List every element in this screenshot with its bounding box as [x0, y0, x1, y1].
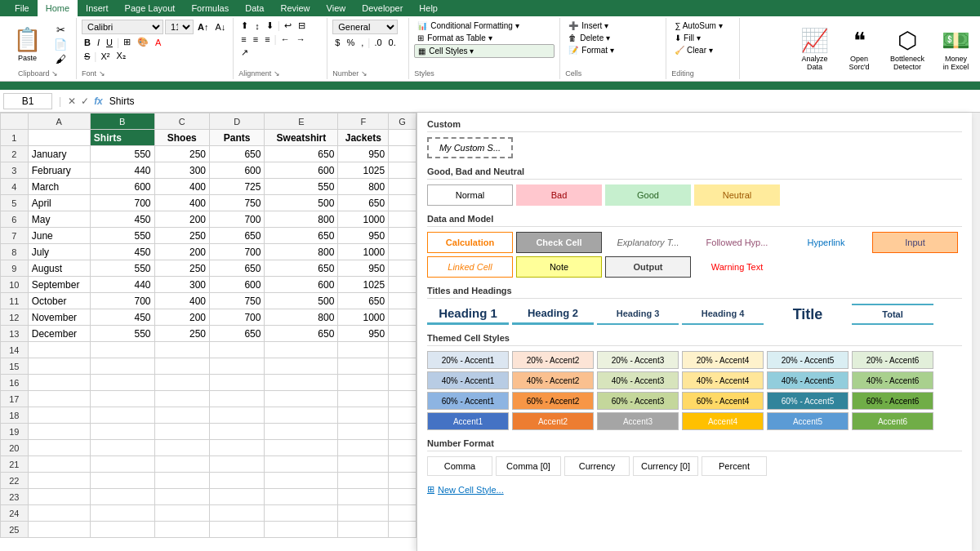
cell[interactable] — [154, 440, 209, 456]
cell[interactable] — [389, 489, 416, 505]
new-cell-style-link[interactable]: ⊞ New Cell Style... — [427, 484, 962, 495]
cell[interactable] — [90, 489, 154, 505]
cell[interactable] — [154, 375, 209, 391]
row-header-12[interactable]: 12 — [1, 309, 29, 326]
cell[interactable]: 650 — [209, 260, 264, 277]
cell[interactable] — [338, 391, 389, 407]
cell[interactable] — [265, 440, 338, 456]
fill-button[interactable]: ⬇ Fill ▾ — [671, 32, 734, 44]
linked-cell-style[interactable]: Linked Cell — [427, 256, 513, 278]
cell[interactable]: 650 — [209, 146, 264, 162]
confirm-formula-icon[interactable]: ✓ — [81, 96, 89, 107]
cell[interactable] — [265, 489, 338, 505]
cell[interactable] — [90, 391, 154, 407]
cell[interactable]: March — [28, 179, 90, 195]
cell[interactable] — [154, 407, 209, 424]
cell[interactable] — [90, 473, 154, 489]
accent4-40[interactable]: 40% - Accent4 — [682, 371, 764, 389]
cell[interactable]: 450 — [90, 211, 154, 228]
cell[interactable]: 700 — [209, 211, 264, 228]
row-header-15[interactable]: 15 — [1, 358, 29, 375]
cell[interactable] — [28, 505, 90, 522]
cell[interactable]: 1000 — [338, 211, 389, 228]
align-top-button[interactable]: ⬆ — [238, 20, 251, 32]
cell[interactable] — [338, 358, 389, 375]
note-style[interactable]: Note — [516, 256, 602, 278]
cell[interactable]: 200 — [154, 244, 209, 260]
row-header-5[interactable]: 5 — [1, 195, 29, 211]
open-sourcd-button[interactable]: ❝ OpenSorc'd — [839, 24, 880, 74]
row-header-21[interactable]: 21 — [1, 456, 29, 473]
cell[interactable]: 700 — [209, 244, 264, 260]
cell[interactable]: 1000 — [338, 244, 389, 260]
cell[interactable]: 1000 — [338, 309, 389, 326]
cell[interactable]: Sweatshirt — [265, 130, 338, 146]
paste-button[interactable]: 📋 Paste — [7, 23, 48, 65]
currency-button[interactable]: $ — [332, 37, 342, 48]
cell[interactable]: 650 — [338, 293, 389, 309]
cell[interactable] — [209, 456, 264, 473]
cell[interactable] — [209, 342, 264, 358]
cell[interactable] — [389, 424, 416, 440]
cell[interactable] — [265, 456, 338, 473]
cell[interactable] — [28, 440, 90, 456]
cell[interactable] — [209, 424, 264, 440]
row-header-14[interactable]: 14 — [1, 342, 29, 358]
cell[interactable]: 550 — [90, 326, 154, 342]
tab-file[interactable]: File — [7, 0, 38, 16]
copy-button[interactable]: 📄 — [51, 38, 69, 51]
row-header-3[interactable]: 3 — [1, 162, 29, 179]
output-style[interactable]: Output — [605, 256, 691, 278]
cell[interactable]: 1025 — [338, 277, 389, 293]
accent6[interactable]: Accent6 — [852, 412, 933, 430]
cell[interactable] — [338, 342, 389, 358]
number-format-select[interactable]: General — [332, 20, 398, 34]
cell[interactable] — [389, 195, 416, 211]
format-as-table-button[interactable]: ⊞ Format as Table ▾ — [414, 32, 555, 44]
heading3-style[interactable]: Heading 3 — [597, 304, 679, 325]
cell[interactable] — [28, 456, 90, 473]
wrap-text-button[interactable]: ↩ — [282, 20, 294, 32]
accent5[interactable]: Accent5 — [767, 412, 849, 430]
cell[interactable]: 650 — [209, 326, 264, 342]
accent3[interactable]: Accent3 — [597, 412, 679, 430]
col-header-e[interactable]: E — [265, 113, 338, 130]
cell[interactable] — [265, 522, 338, 538]
row-header-17[interactable]: 17 — [1, 391, 29, 407]
cell[interactable] — [154, 505, 209, 522]
cell[interactable] — [265, 342, 338, 358]
cell[interactable] — [209, 391, 264, 407]
cell[interactable]: Jackets — [338, 130, 389, 146]
heading4-style[interactable]: Heading 4 — [682, 304, 764, 325]
cell[interactable] — [338, 375, 389, 391]
cell[interactable]: 700 — [90, 293, 154, 309]
cell[interactable] — [389, 456, 416, 473]
cell[interactable]: 450 — [90, 244, 154, 260]
indent-dec-button[interactable]: ← — [278, 33, 292, 45]
cell[interactable] — [389, 473, 416, 489]
comma0-style[interactable]: Comma [0] — [496, 456, 561, 476]
format-painter-button[interactable]: 🖌 — [51, 52, 69, 66]
clear-button[interactable]: 🧹 Clear ▾ — [671, 44, 734, 56]
heading1-style[interactable]: Heading 1 — [427, 304, 509, 325]
cell[interactable]: 950 — [338, 260, 389, 277]
cell[interactable] — [389, 277, 416, 293]
row-header-7[interactable]: 7 — [1, 228, 29, 244]
col-header-c[interactable]: C — [154, 113, 209, 130]
accent2[interactable]: Accent2 — [512, 412, 594, 430]
accent4-60[interactable]: 60% - Accent4 — [682, 392, 764, 410]
align-middle-button[interactable]: ↕ — [252, 20, 262, 32]
cell[interactable]: 700 — [209, 309, 264, 326]
cell[interactable]: Shirts — [90, 130, 154, 146]
row-header-4[interactable]: 4 — [1, 179, 29, 195]
accent1-60[interactable]: 60% - Accent1 — [427, 392, 509, 410]
cell[interactable]: August — [28, 260, 90, 277]
check-cell-style[interactable]: Check Cell — [516, 232, 602, 253]
good-style[interactable]: Good — [605, 184, 691, 206]
cell[interactable]: 650 — [265, 228, 338, 244]
cell[interactable] — [389, 293, 416, 309]
cell[interactable] — [265, 358, 338, 375]
cell[interactable] — [154, 358, 209, 375]
cell[interactable]: 440 — [90, 277, 154, 293]
cell[interactable]: 550 — [265, 179, 338, 195]
